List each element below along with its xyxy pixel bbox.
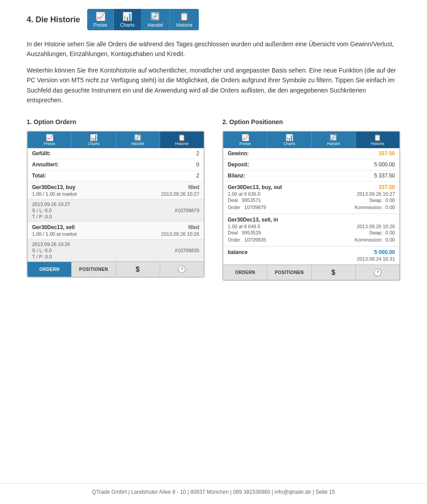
- order-detail-1: 1.00 / 1.00 at market 2013.09.26 10:27: [32, 191, 199, 197]
- position-detail-1: 1.00 at 8 636.0 2013.09.26 10:27: [228, 191, 395, 197]
- phone-nav-handel-label-right: Handel: [327, 141, 340, 146]
- phone-historie-icon-right: 📋: [374, 134, 381, 141]
- stat-gefuellt-label: Gefüllt:: [32, 150, 51, 157]
- order-number-1: #10709879: [175, 208, 199, 213]
- order-header-2: Ger30Dec13, sell filled: [32, 224, 199, 230]
- position-symbol-2: Ger30Dec13, sell, in: [228, 217, 278, 223]
- order-item-2: Ger30Dec13, sell filled 1.00 / 1.00 at m…: [28, 222, 204, 240]
- order-item-1: Ger30Dec13, buy filled 1.00 / 1.00 at ma…: [28, 181, 204, 200]
- bottom-tab-positionen-right[interactable]: POSITIONEN: [267, 265, 311, 280]
- balance-item: balance 5 000.00 2013.09.24 16:31: [223, 246, 399, 265]
- nav-tab-preise[interactable]: 📈 Preise: [87, 9, 114, 30]
- phone-preise-icon-right: 📈: [242, 134, 249, 141]
- stat-deposit-label: Deposit:: [228, 161, 249, 168]
- dollar-icon-left: $: [136, 266, 140, 274]
- position-detail-2: 1.00 at 8 649.5 2013.09.26 10:26: [228, 224, 395, 229]
- bottom-tab-dollar-right[interactable]: $: [312, 265, 356, 280]
- dollar-icon-right: $: [331, 269, 335, 277]
- order-meta-2: 2013.09.26 10:26 S / L: 0.0 #10709835 T …: [28, 240, 204, 262]
- phone-nav-historie-left[interactable]: 📋 Historie: [160, 132, 204, 148]
- deal-row-1a: Deal 9953571 Swap: 0.00: [228, 197, 395, 204]
- order-symbol-2: Ger30Dec13, sell: [32, 224, 75, 230]
- deal-label-1: Deal 9953571: [228, 198, 261, 203]
- phone-body-left: Gefüllt: 2 Annulliert: 0 Total: 2 G: [28, 148, 204, 262]
- position-header-1: Ger30Dec13, buy, out 337.50: [228, 184, 395, 190]
- bottom-tab-positionen-label-right: POSITIONEN: [275, 270, 304, 275]
- nav-tab-charts[interactable]: 📊 Charts: [114, 9, 141, 30]
- order-label-1: Order 10709879: [228, 205, 266, 210]
- position-price-1: 337.50: [379, 184, 395, 190]
- stat-gewinn-label: Gewinn:: [228, 150, 249, 157]
- phone-nav-handel-left[interactable]: 🔄 Handel: [116, 132, 160, 148]
- order-symbol-1: Ger30Dec13, buy: [32, 184, 75, 190]
- historie-icon: 📋: [179, 12, 189, 21]
- bottom-tab-clock-left[interactable]: 🕐: [160, 262, 204, 277]
- position-header-2: Ger30Dec13, sell, in: [228, 217, 395, 223]
- bottom-tab-positionen-left[interactable]: POSITIONEN: [72, 262, 116, 277]
- footer-text: QTrade GmbH | Landshuter Allee 8 - 10 | …: [92, 489, 335, 495]
- balance-date: 2013.09.24 16:31: [228, 256, 395, 262]
- order-tp-2: T / P: 0.0: [32, 254, 52, 259]
- position-symbol-1: Ger30Dec13, buy, out: [228, 184, 282, 190]
- phone-mockup-right: 📈 Preise 📊 Charts 🔄 Handel 📋 Historie: [222, 131, 400, 281]
- stat-row-gefuellt: Gefüllt: 2: [28, 148, 204, 159]
- nav-tab-handel[interactable]: 🔄 Handel: [141, 9, 170, 30]
- bottom-tab-dollar-left[interactable]: $: [116, 262, 160, 277]
- stat-gewinn-value: 337.50: [379, 150, 395, 157]
- bottom-tab-ordern-right[interactable]: ORDERN: [223, 265, 267, 280]
- phone-charts-icon-right: 📊: [286, 134, 293, 141]
- phone-handel-icon-left: 🔄: [134, 134, 141, 141]
- phone-nav-preise-left[interactable]: 📈 Preise: [28, 132, 72, 148]
- order-tp-1: T / P: 0.0: [32, 214, 52, 219]
- order-meta-row-1b: S / L: 0.0 #10709879: [32, 208, 199, 213]
- column-left-title: 1. Option Ordern: [27, 118, 205, 125]
- two-columns: 1. Option Ordern 📈 Preise 📊 Charts 🔄 Han…: [27, 118, 400, 281]
- bottom-tab-ordern-label-left: ORDERN: [40, 267, 60, 272]
- phone-nav-preise-right[interactable]: 📈 Preise: [223, 132, 267, 148]
- balance-label: balance: [228, 249, 248, 255]
- balance-value: 5 000.00: [374, 249, 395, 255]
- commission-label-2: Kommission: 0.00: [355, 237, 395, 242]
- bottom-tab-clock-right[interactable]: 🕐: [356, 265, 399, 280]
- clock-icon-right: 🕐: [373, 268, 382, 277]
- phone-nav-preise-label-right: Preise: [239, 141, 251, 146]
- bottom-tab-ordern-label-right: ORDERN: [235, 270, 255, 275]
- phone-nav-handel-right[interactable]: 🔄 Handel: [312, 132, 356, 148]
- stat-annulliert-label: Annulliert:: [32, 161, 59, 168]
- stat-row-gewinn: Gewinn: 337.50: [223, 148, 399, 159]
- phone-body-right: Gewinn: 337.50 Deposit: 5 000.00 Bilanz:…: [223, 148, 399, 265]
- phone-bottom-bar-right: ORDERN POSITIONEN $ 🕐: [223, 265, 399, 280]
- nav-tab-historie[interactable]: 📋 Historie: [170, 9, 199, 30]
- stat-deposit-value: 5 000.00: [374, 161, 395, 168]
- position-item-2: Ger30Dec13, sell, in 1.00 at 8 649.5 201…: [223, 214, 399, 246]
- bottom-tab-positionen-label-left: POSITIONEN: [79, 267, 108, 272]
- order-number-2: #10709835: [175, 248, 199, 253]
- stat-row-deposit: Deposit: 5 000.00: [223, 159, 399, 170]
- nav-tab-charts-label: Charts: [120, 22, 134, 28]
- position-lot-2: 1.00 at 8 649.5: [228, 224, 260, 229]
- commission-label-1: Kommission: 0.00: [355, 205, 395, 210]
- phone-nav-charts-left[interactable]: 📊 Charts: [72, 132, 116, 148]
- order-detail-2: 1.00 / 1.00 at market 2013.09.26 10:26: [32, 231, 199, 237]
- charts-icon: 📊: [122, 12, 132, 21]
- order-status-2: filled: [188, 224, 199, 230]
- phone-nav-preise-label-left: Preise: [44, 141, 55, 146]
- phone-nav-historie-right[interactable]: 📋 Historie: [356, 132, 399, 148]
- phone-charts-icon-left: 📊: [90, 134, 97, 141]
- position-lot-1: 1.00 at 8 636.0: [228, 191, 260, 197]
- deal-row-1b: Order 10709879 Kommission: 0.00: [228, 204, 395, 211]
- stat-total-label: Total:: [32, 173, 46, 179]
- order-header-1: Ger30Dec13, buy filled: [32, 184, 199, 190]
- phone-nav-charts-label-right: Charts: [283, 141, 295, 146]
- phone-nav-charts-right[interactable]: 📊 Charts: [267, 132, 311, 148]
- stat-gefuellt-value: 2: [196, 150, 199, 157]
- phone-preise-icon-left: 📈: [46, 134, 53, 141]
- bottom-tab-ordern-left[interactable]: ORDERN: [28, 262, 72, 277]
- position-date-2: 2013.09.26 10:26: [357, 224, 395, 229]
- nav-tab-historie-label: Historie: [176, 22, 193, 28]
- phone-bottom-bar-left: ORDERN POSITIONEN $ 🕐: [28, 262, 204, 277]
- phone-nav-right: 📈 Preise 📊 Charts 🔄 Handel 📋 Historie: [223, 132, 399, 148]
- phone-nav-historie-label-left: Historie: [175, 141, 189, 146]
- order-status-1: filled: [188, 184, 199, 190]
- order-meta-1: 2013.09.26 10:27 S / L: 0.0 #10709879 T …: [28, 200, 204, 222]
